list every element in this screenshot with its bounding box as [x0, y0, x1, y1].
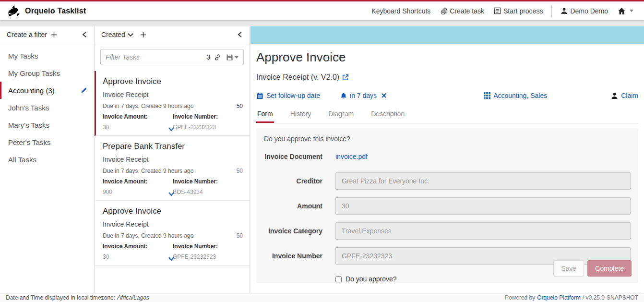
- home-icon: [618, 7, 626, 15]
- complete-button[interactable]: Complete: [587, 260, 632, 277]
- task-form: Do you approve this invoice? Invoice Doc…: [256, 128, 638, 283]
- task-list-header: Created: [95, 26, 250, 43]
- task-groups-button[interactable]: Accounting, Sales: [484, 92, 547, 99]
- field-label-creditor: Creditor: [264, 177, 322, 185]
- task-card[interactable]: Prepare Bank Transfer Invoice Receipt Du…: [95, 136, 250, 201]
- field-label-amount: Amount: [264, 202, 322, 210]
- claim-user-icon: [611, 92, 618, 99]
- collapse-sidebar-icon[interactable]: [82, 31, 87, 38]
- sidebar-item-peters-tasks[interactable]: Peter's Tasks: [0, 133, 94, 151]
- calendar-icon: [256, 92, 263, 99]
- external-link-icon[interactable]: [342, 74, 349, 81]
- field-label-invoice-number: Invoice Number: [264, 252, 322, 260]
- user-icon: [561, 7, 568, 14]
- groups-grid-icon: [484, 92, 490, 99]
- app-title: Orqueio Tasklist: [25, 7, 86, 15]
- collapse-list-icon[interactable]: [237, 31, 243, 38]
- detail-tabs: Form History Diagram Description: [256, 107, 638, 123]
- field-label-invoice-document: Invoice Document: [264, 153, 322, 160]
- invoice-pdf-link[interactable]: invoice.pdf: [335, 153, 368, 160]
- task-card[interactable]: Approve Invoice Invoice Receipt Due in 7…: [95, 71, 250, 136]
- remove-due-date-icon[interactable]: [382, 93, 386, 98]
- task-list-panel: Created 3: [95, 26, 250, 293]
- approve-checkbox[interactable]: [335, 276, 342, 282]
- add-sorting-icon[interactable]: [140, 32, 146, 38]
- task-banner: [250, 26, 644, 44]
- task-action-bar: Set follow-up date in 7 days: [256, 92, 638, 99]
- timezone-text: Date and Time displayed in local timezon…: [6, 294, 115, 301]
- task-card[interactable]: Approve Invoice Invoice Receipt Due in 7…: [95, 201, 250, 266]
- approve-checkbox-label: Do you approve?: [346, 275, 397, 283]
- set-followup-date-button[interactable]: Set follow-up date: [256, 92, 320, 99]
- caret-down-icon: [630, 10, 633, 12]
- sort-by-label[interactable]: Created: [101, 31, 125, 38]
- paperclip-icon: [440, 7, 447, 14]
- due-date-button[interactable]: in 7 days: [340, 92, 386, 99]
- filter-list: My Tasks My Group Tasks Accounting (3) J…: [0, 43, 94, 168]
- sidebar-item-johns-tasks[interactable]: John's Tasks: [0, 99, 94, 116]
- header-divider: [551, 5, 552, 17]
- tab-form[interactable]: Form: [256, 107, 274, 123]
- filters-sidebar: Create a filter My Tasks My Group Tasks …: [0, 26, 95, 293]
- task-due-created: Due in 7 days, Created 9 hours ago: [103, 232, 193, 239]
- sidebar-item-accounting[interactable]: Accounting (3): [0, 82, 94, 99]
- expand-variables-chevron-icon[interactable]: [168, 256, 175, 261]
- add-filter-icon[interactable]: [51, 32, 57, 38]
- bell-icon: [340, 92, 347, 99]
- brand[interactable]: Orqueio Tasklist: [6, 4, 86, 18]
- start-process-button[interactable]: Start process: [489, 7, 548, 15]
- timezone-value: Africa/Lagos: [117, 294, 149, 301]
- sort-direction-chevron-icon[interactable]: [128, 33, 133, 37]
- powered-by-text: Powered by: [505, 294, 535, 301]
- version-text: / v0.25.0-SNAPSHOT: [583, 294, 638, 301]
- tab-description[interactable]: Description: [370, 107, 405, 123]
- platform-link[interactable]: Orqueio Platform: [537, 294, 581, 301]
- user-menu[interactable]: Demo Demo: [556, 7, 613, 15]
- expand-variables-chevron-icon[interactable]: [168, 192, 175, 196]
- keyboard-shortcuts-link[interactable]: Keyboard Shortcuts: [367, 7, 435, 15]
- sidebar-item-marys-tasks[interactable]: Mary's Tasks: [0, 116, 94, 133]
- sidebar-item-my-group-tasks[interactable]: My Group Tasks: [0, 64, 94, 82]
- invoice-category-field[interactable]: [335, 222, 631, 240]
- create-task-button[interactable]: Create task: [435, 7, 489, 15]
- task-due-created: Due in 7 days, Created 9 hours ago: [103, 168, 193, 174]
- tab-history[interactable]: History: [289, 107, 312, 123]
- filter-tasks-input[interactable]: [106, 53, 204, 61]
- process-form-icon: [494, 7, 501, 14]
- save-button[interactable]: Save: [553, 260, 584, 277]
- orca-logo-icon: [6, 4, 20, 18]
- app-root: Orqueio Tasklist Keyboard Shortcuts Crea…: [0, 0, 644, 302]
- task-detail-panel: Approve Invoice Invoice Receipt (v. V2.0…: [250, 26, 644, 293]
- amount-field[interactable]: [335, 197, 631, 215]
- filters-header: Create a filter: [0, 26, 94, 43]
- sidebar-item-all-tasks[interactable]: All Tasks: [0, 151, 94, 168]
- header-actions: Keyboard Shortcuts Create task: [367, 5, 638, 17]
- copy-link-icon[interactable]: [214, 54, 221, 61]
- task-priority: 50: [237, 168, 243, 174]
- tab-diagram[interactable]: Diagram: [327, 107, 355, 123]
- create-filter-label[interactable]: Create a filter: [7, 31, 47, 38]
- save-filter-caret-icon: [235, 56, 239, 59]
- task-priority: 50: [237, 232, 243, 239]
- sidebar-item-my-tasks[interactable]: My Tasks: [0, 47, 94, 64]
- claim-button[interactable]: Claim: [611, 92, 638, 99]
- top-navbar: Orqueio Tasklist Keyboard Shortcuts Crea…: [0, 0, 644, 20]
- creditor-field[interactable]: [335, 172, 631, 190]
- edit-filter-pencil-icon[interactable]: [81, 87, 87, 94]
- task-priority: 50: [237, 103, 243, 109]
- task-count-badge: 3: [206, 53, 210, 61]
- task-detail-title: Approve Invoice: [256, 50, 638, 65]
- home-menu[interactable]: [613, 7, 638, 15]
- form-question: Do you approve this invoice?: [264, 135, 631, 143]
- process-definition-ref: Invoice Receipt (v. V2.0): [256, 73, 339, 82]
- expand-variables-chevron-icon[interactable]: [168, 127, 175, 132]
- save-filter-icon[interactable]: [226, 54, 239, 61]
- field-label-invoice-category: Invoice Category: [264, 227, 322, 235]
- footer: Date and Time displayed in local timezon…: [0, 293, 644, 302]
- task-due-created: Due in 7 days, Created 9 hours ago: [103, 103, 193, 109]
- filter-tasks-searchbox: 3: [100, 49, 244, 65]
